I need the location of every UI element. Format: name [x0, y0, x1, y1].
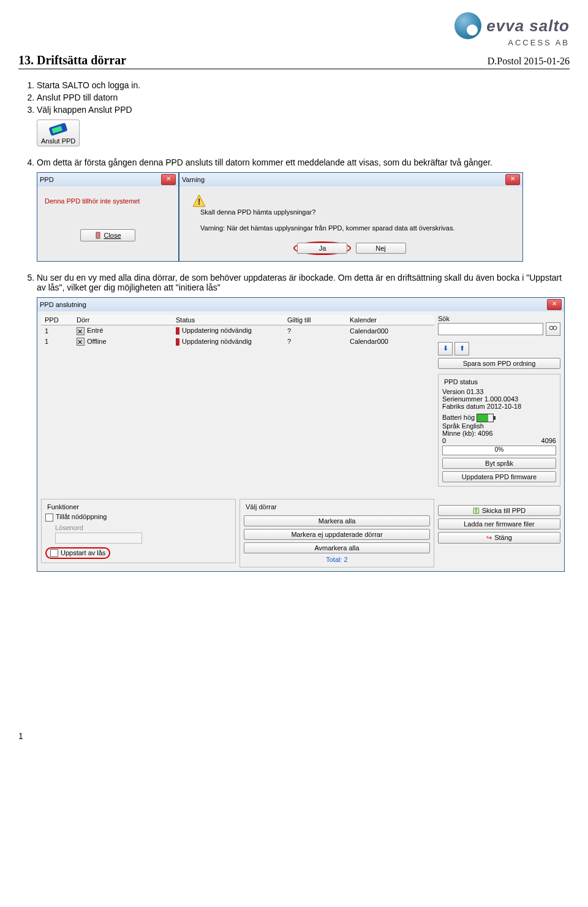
- warning-dialog-title: Varning: [182, 176, 205, 183]
- svg-point-5: [549, 326, 553, 330]
- step-5: Nu ser du en vy med alla dina dörrar, de…: [37, 273, 570, 292]
- close-icon[interactable]: ✕: [161, 174, 176, 185]
- password-label: Lösenord: [55, 524, 232, 531]
- doors-table: PPD Dörr Status Giltig till Kalender 1 ✕…: [41, 315, 434, 347]
- steps-list-4: Om detta är första gången denna PPD ansl…: [37, 157, 570, 167]
- startup-lock-checkbox[interactable]: [50, 549, 58, 557]
- col-kalender[interactable]: Kalender: [346, 315, 434, 325]
- password-input: [55, 533, 142, 544]
- page-number: 1: [18, 731, 570, 741]
- select-not-updated-button[interactable]: Markera ej uppdaterade dörrar: [244, 529, 430, 540]
- page-title: 13. Driftsätta dörrar: [18, 53, 126, 67]
- checkbox-icon[interactable]: ✕: [77, 338, 85, 346]
- exit-icon: ↪: [486, 534, 492, 541]
- emergency-open-checkbox[interactable]: [45, 514, 53, 522]
- flag-icon: [176, 327, 179, 335]
- step-1: Starta SALTO och logga in.: [37, 80, 570, 90]
- warning-line1: Skall denna PPD hämta upplysningar?: [200, 208, 494, 216]
- flag-icon: [176, 338, 179, 346]
- brand-logo: evva salto ACCESS AB: [454, 12, 570, 47]
- anslut-ppd-label: Anslut PPD: [41, 137, 75, 145]
- total-label: Total: 2: [244, 556, 430, 563]
- main-window-title: PPD anslutning: [40, 301, 86, 308]
- yes-button[interactable]: Ja: [297, 243, 347, 254]
- save-order-button[interactable]: Spara som PPD ordning: [438, 358, 560, 369]
- download-firmware-button[interactable]: Ladda ner firmware filer: [438, 518, 560, 529]
- step-3: Välj knappen Anslut PPD: [37, 105, 570, 115]
- functions-group: Funktioner Tillåt nödöppning Lösenord Up…: [41, 499, 236, 563]
- no-button[interactable]: Nej: [356, 243, 406, 254]
- close-icon[interactable]: ✕: [505, 174, 520, 185]
- logo-subtext: ACCESS AB: [454, 38, 570, 47]
- ppd-dialog: PPD ✕ Denna PPD tillhör inte systemet Cl…: [37, 172, 179, 262]
- ppd-status-group: PPD status Version 01.33 Serienummer 1.0…: [438, 374, 560, 487]
- close-icon[interactable]: ✕: [547, 299, 562, 310]
- svg-text:!: !: [198, 197, 201, 207]
- battery-icon: [477, 414, 494, 422]
- svg-point-6: [553, 326, 557, 330]
- binocular-icon[interactable]: [546, 322, 560, 336]
- steps-list: Starta SALTO och logga in. Anslut PPD ti…: [37, 80, 570, 115]
- anslut-ppd-button[interactable]: Anslut PPD: [37, 120, 80, 146]
- ppd-dialog-title: PPD: [40, 176, 54, 183]
- select-all-button[interactable]: Markera alla: [244, 515, 430, 526]
- ppd-dialog-message: Denna PPD tillhör inte systemet: [45, 197, 171, 205]
- checkbox-icon[interactable]: ✕: [77, 327, 85, 335]
- select-doors-group: Välj dörrar Markera alla Markera ej uppd…: [239, 499, 434, 567]
- logo-icon: [454, 12, 481, 39]
- close-button[interactable]: Close: [80, 229, 135, 241]
- table-row[interactable]: 1 ✕Entré Uppdatering nödvändig ? Calenda…: [41, 325, 434, 336]
- step-4: Om detta är första gången denna PPD ansl…: [37, 157, 570, 167]
- page-date: D.Postol 2015-01-26: [488, 56, 570, 67]
- ppd-anslutning-window: PPD anslutning ✕ PPD Dörr Status Giltig …: [37, 297, 565, 572]
- step-2: Anslut PPD till datorn: [37, 93, 570, 102]
- warning-icon: !: [192, 194, 206, 208]
- memory-progress: 0%: [442, 446, 556, 455]
- table-row[interactable]: 1 ✕Offline Uppdatering nödvändig ? Calen…: [41, 336, 434, 347]
- change-language-button[interactable]: Byt språk: [442, 458, 556, 469]
- warning-line2: Varning: När det hämtas upplysningar frå…: [200, 224, 494, 232]
- search-label: Sök: [438, 315, 560, 322]
- warning-dialog: Varning ✕ ! Skall denna PPD hämta upplys…: [179, 172, 523, 262]
- move-down-button[interactable]: ⬇: [438, 342, 453, 355]
- col-status[interactable]: Status: [172, 315, 284, 325]
- close-button[interactable]: ↪Stäng: [438, 532, 560, 544]
- key-icon: ⚿: [473, 507, 480, 514]
- move-up-button[interactable]: ⬆: [454, 342, 469, 355]
- ppd-device-icon: [46, 123, 70, 136]
- send-to-ppd-button[interactable]: ⚿Skicka till PPD: [438, 505, 560, 516]
- steps-list-5: Nu ser du en vy med alla dina dörrar, de…: [37, 273, 570, 292]
- col-giltig[interactable]: Giltig till: [284, 315, 346, 325]
- update-firmware-button[interactable]: Uppdatera PPD firmware: [442, 471, 556, 482]
- svg-rect-2: [96, 232, 100, 238]
- col-dorr[interactable]: Dörr: [73, 315, 172, 325]
- logo-text: evva salto: [486, 17, 570, 36]
- col-ppd[interactable]: PPD: [41, 315, 73, 325]
- search-input[interactable]: [438, 323, 543, 335]
- deselect-all-button[interactable]: Avmarkera alla: [244, 542, 430, 553]
